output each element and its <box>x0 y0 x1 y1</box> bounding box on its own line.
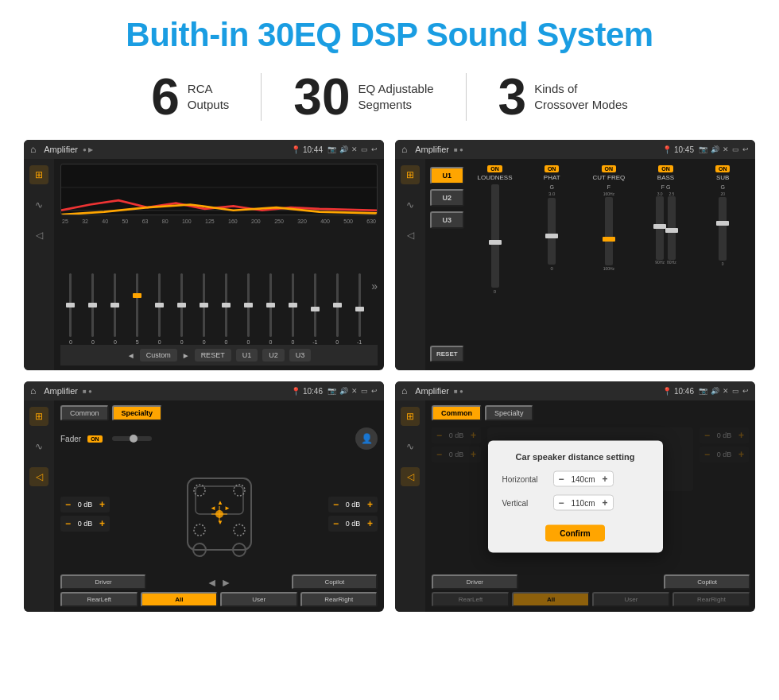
fader-db3-plus[interactable]: + <box>367 499 373 510</box>
fader-driver-btn[interactable]: Driver <box>60 574 146 590</box>
fader-user-icon[interactable]: 👤 <box>355 427 378 450</box>
dist-icon-filters[interactable]: ⊞ <box>401 407 420 426</box>
home-icon: ⌂ <box>30 144 36 155</box>
eq-slider-9[interactable]: 0 <box>238 273 259 345</box>
crossover-u3-btn[interactable]: U3 <box>430 211 464 229</box>
fader-all-btn[interactable]: All <box>141 592 219 607</box>
eq-slider-4[interactable]: 5 <box>127 273 148 345</box>
crossover-icon-filters[interactable]: ⊞ <box>401 165 420 184</box>
fader-icon-wave[interactable]: ∿ <box>29 437 48 456</box>
dist-all-btn[interactable]: All <box>512 592 590 607</box>
bass-freq-track[interactable] <box>656 196 664 260</box>
fader-db1-minus[interactable]: − <box>65 499 71 510</box>
vertical-label: Vertical <box>502 498 548 507</box>
crossover-u2-btn[interactable]: U2 <box>430 189 464 207</box>
dist-user-btn[interactable]: User <box>592 592 670 607</box>
fader-db4-minus[interactable]: − <box>333 518 339 529</box>
eq-slider-13[interactable]: 0 <box>327 273 347 345</box>
eq-slider-2[interactable]: 0 <box>83 273 103 345</box>
fader-copilot-btn[interactable]: Copilot <box>292 574 378 590</box>
dist-icon-speaker[interactable]: ◁ <box>401 467 420 486</box>
fader-bottom-row-1: Driver ◄ ► Copilot <box>60 574 378 590</box>
eq-slider-1[interactable]: 0 <box>60 273 81 345</box>
eq-slider-8[interactable]: 0 <box>216 273 237 345</box>
sub-slider-track[interactable] <box>719 197 727 261</box>
vertical-control: − 110cm + <box>553 495 614 511</box>
eq-slider-3[interactable]: 0 <box>105 273 126 345</box>
vertical-plus-btn[interactable]: + <box>603 497 608 509</box>
channel-cutfreq: ON CUT FREQ F 160Hz 100Hz <box>581 165 637 271</box>
fader-db2-minus[interactable]: − <box>65 518 71 529</box>
svg-point-9 <box>194 524 205 536</box>
crossover-reset-btn[interactable]: RESET <box>430 346 464 362</box>
distance-dialog: Car speaker distance setting Horizontal … <box>488 441 663 553</box>
fader-label-text: Fader <box>60 435 81 443</box>
cutfreq-slider-track[interactable] <box>605 197 613 265</box>
loudness-slider-track[interactable] <box>491 184 499 288</box>
eq-slider-6[interactable]: 0 <box>172 273 192 345</box>
dist-copilot-btn[interactable]: Copilot <box>664 574 750 590</box>
crossover-icon-wave[interactable]: ∿ <box>401 195 420 215</box>
topbar-crossover-title: Amplifier <box>415 145 449 154</box>
bass-gain-track[interactable] <box>668 196 676 260</box>
topbar-distance: ⌂ Amplifier ■ ● 📍 10:46 📷🔊✕▭↩ <box>395 381 755 400</box>
dist-rearleft-btn[interactable]: RearLeft <box>432 592 510 607</box>
eq-play-btn[interactable]: ► <box>182 351 190 360</box>
horizontal-minus-btn[interactable]: − <box>559 474 564 485</box>
home-icon-3: ⌂ <box>30 385 36 396</box>
eq-more-icon[interactable]: » <box>371 280 378 292</box>
fader-main: Common Specialty Fader ON 👤 <box>54 400 384 612</box>
stat-rca: 6 RCAOutputs <box>119 72 261 122</box>
eq-slider-14[interactable]: -1 <box>349 273 370 345</box>
dist-driver-btn[interactable]: Driver <box>432 574 518 590</box>
eq-custom-btn[interactable]: Custom <box>140 349 177 362</box>
stats-row: 6 RCAOutputs 30 EQ AdjustableSegments 3 … <box>24 72 755 122</box>
svg-text:◄: ◄ <box>210 505 216 512</box>
crossover-u1-btn[interactable]: U1 <box>430 167 464 184</box>
dist-rearright-btn[interactable]: RearRight <box>672 592 750 607</box>
fader-user-preset-btn[interactable]: User <box>220 592 298 607</box>
fader-db1-plus[interactable]: + <box>99 499 105 510</box>
eq-reset-btn[interactable]: RESET <box>195 349 231 362</box>
eq-icon-wave[interactable]: ∿ <box>29 195 48 215</box>
fader-db3-minus[interactable]: − <box>333 499 339 510</box>
topbar-distance-time: 📍 10:46 <box>662 387 694 396</box>
eq-slider-5[interactable]: 0 <box>149 273 170 345</box>
eq-prev-btn[interactable]: ◄ <box>127 351 135 360</box>
fader-rearright-btn[interactable]: RearRight <box>300 592 378 607</box>
horizontal-plus-btn[interactable]: + <box>603 474 608 485</box>
fader-rearleft-btn[interactable]: RearLeft <box>60 592 138 607</box>
eq-u3-btn[interactable]: U3 <box>289 349 312 362</box>
eq-bottom-bar: ◄ Custom ► RESET U1 U2 U3 <box>60 345 378 365</box>
eq-icon-filters[interactable]: ⊞ <box>29 165 48 184</box>
crossover-icon-speaker[interactable]: ◁ <box>401 226 420 245</box>
screens-grid: ⌂ Amplifier ● ▶ 📍 10:44 📷🔊✕▭↩ ⊞ ∿ ◁ <box>24 140 755 612</box>
fader-tabs: Common Specialty <box>60 405 378 421</box>
dist-icon-wave[interactable]: ∿ <box>401 437 420 456</box>
eq-slider-11[interactable]: 0 <box>282 273 303 345</box>
eq-slider-12[interactable]: -1 <box>304 273 325 345</box>
confirm-button[interactable]: Confirm <box>545 525 604 542</box>
fader-db2-plus[interactable]: + <box>99 518 105 529</box>
page-title: Buith-in 30EQ DSP Sound System <box>24 16 755 54</box>
bass-label: BASS <box>657 174 674 181</box>
topbar-crossover-icons: 📷🔊✕▭↩ <box>699 145 749 153</box>
phat-slider-track[interactable] <box>548 198 556 265</box>
eq-icon-speaker[interactable]: ◁ <box>29 226 48 245</box>
fader-db4-plus[interactable]: + <box>367 518 373 529</box>
topbar-eq-time: 📍 10:44 <box>291 145 323 154</box>
dist-tab-specialty[interactable]: Specialty <box>485 405 533 421</box>
eq-u1-btn[interactable]: U1 <box>236 349 258 362</box>
eq-slider-10[interactable]: 0 <box>260 273 281 345</box>
fader-icon-speaker[interactable]: ◁ <box>29 467 48 486</box>
vertical-minus-btn[interactable]: − <box>559 497 564 509</box>
fader-icon-filters[interactable]: ⊞ <box>29 407 48 426</box>
fader-left-arrow[interactable]: ◄ <box>207 576 218 589</box>
topbar-distance-icons: 📷🔊✕▭↩ <box>699 387 749 395</box>
fader-right-arrow[interactable]: ► <box>221 576 232 589</box>
eq-u2-btn[interactable]: U2 <box>262 349 285 362</box>
dist-tab-common[interactable]: Common <box>432 405 482 421</box>
eq-slider-7[interactable]: 0 <box>194 273 215 345</box>
fader-tab-common[interactable]: Common <box>60 405 109 421</box>
fader-tab-specialty[interactable]: Specialty <box>112 405 163 421</box>
